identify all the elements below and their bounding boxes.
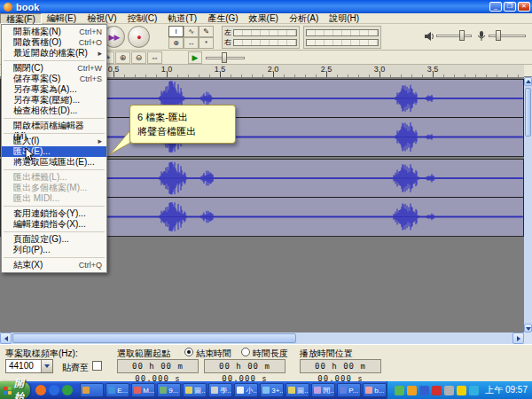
menu-item-label: 關閉(C) xyxy=(13,63,43,74)
file-menu-item-0[interactable]: 開新檔案(N)Ctrl+N xyxy=(2,27,106,37)
scroll-left-button[interactable] xyxy=(0,332,12,344)
waveform[interactable] xyxy=(90,198,523,236)
envelope-tool-button[interactable]: ∿ xyxy=(184,26,199,37)
maximize-button[interactable]: ❐ xyxy=(504,2,516,12)
play-speed-thumb[interactable] xyxy=(222,52,227,63)
scroll-down-button[interactable] xyxy=(524,324,532,332)
end-time-radio[interactable] xyxy=(184,348,193,356)
quicklaunch-icon-3[interactable] xyxy=(62,385,73,395)
file-menu-item-4[interactable]: 關閉(C)Ctrl+W xyxy=(2,63,106,74)
scroll-right-button[interactable] xyxy=(512,332,524,344)
minimize-button[interactable]: _ xyxy=(489,2,502,12)
taskbar-window-button-11[interactable]: P... xyxy=(337,383,361,397)
tray-icon-7[interactable] xyxy=(469,386,479,395)
file-menu-item-20[interactable]: 套用連鎖指令(Y)... xyxy=(2,208,106,219)
output-volume-thumb[interactable] xyxy=(459,30,465,41)
tray-icon-1[interactable] xyxy=(395,386,404,395)
input-volume-thumb[interactable] xyxy=(496,30,501,41)
menubar-item-view[interactable]: 檢視(V) xyxy=(82,13,121,24)
taskbar-button-icon xyxy=(185,387,192,394)
quicklaunch-icon-1[interactable] xyxy=(35,385,46,395)
titlebar[interactable]: book _ ❐ ✕ xyxy=(0,0,532,13)
taskbar-window-button-3[interactable]: M... xyxy=(131,383,155,397)
horizontal-scrollbar[interactable] xyxy=(0,332,524,344)
record-button[interactable]: ● xyxy=(128,26,150,48)
file-menu-item-24[interactable]: 列印(P)... xyxy=(2,245,106,255)
waveform[interactable] xyxy=(90,160,523,197)
file-menu-item-23[interactable]: 頁面設定(G)... xyxy=(2,234,106,245)
system-tray: 上午 09:57 xyxy=(387,381,532,399)
file-menu-item-2[interactable]: 最近開啟的檔案(R)▸ xyxy=(2,48,106,59)
taskbar-button-icon xyxy=(134,387,141,394)
file-menu-item-14[interactable]: 將選取區域匯出(E)... xyxy=(2,157,106,168)
menubar-item-generate[interactable]: 產生(G) xyxy=(202,13,243,24)
file-menu-item-13[interactable]: 匯出(E)... xyxy=(2,146,106,157)
file-menu-item-8[interactable]: 檢查相依性(D)... xyxy=(2,106,106,116)
file-menu-item-17[interactable]: 匯出多個檔案(M)... xyxy=(2,183,106,193)
taskbar-window-button-12[interactable]: b... xyxy=(363,383,387,397)
sample-rate-select[interactable]: 44100 xyxy=(5,359,53,373)
close-button[interactable]: ✕ xyxy=(518,2,530,12)
play-at-speed-button[interactable]: ▶ xyxy=(188,51,202,64)
taskbar-window-button-9[interactable]: 圖... xyxy=(286,383,309,397)
taskbar-window-button-7[interactable]: 小... xyxy=(234,383,258,397)
selection-end-field[interactable]: 00 h 00 m 00.000 s xyxy=(204,359,286,373)
menubar-item-effect[interactable]: 效果(E) xyxy=(244,13,284,24)
file-menu-item-1[interactable]: 開啟舊檔(O)Ctrl+O xyxy=(2,37,106,48)
taskbar-window-button-2[interactable]: E... xyxy=(106,383,129,397)
tray-icon-5[interactable] xyxy=(444,386,454,395)
menu-separator xyxy=(2,131,106,136)
zoom-in-button[interactable]: ⊕ xyxy=(115,51,130,64)
selection-start-field[interactable]: 00 h 00 m 00.000 s xyxy=(117,359,199,373)
file-menu-item-10[interactable]: 開啟標頭檔編輯器(M)... xyxy=(2,121,106,131)
file-menu-item-12[interactable]: 匯入(I)▸ xyxy=(2,136,106,146)
taskbar-window-button-5[interactable]: 圖... xyxy=(183,383,207,397)
file-menu-item-26[interactable]: 結束(X)Ctrl+Q xyxy=(2,260,106,270)
playback-position-field[interactable]: 00 h 00 m 00.000 s xyxy=(300,359,381,373)
menubar-item-control[interactable]: 控制(C) xyxy=(121,13,162,24)
vertical-scrollbar[interactable] xyxy=(524,77,532,332)
menubar-item-analyze[interactable]: 分析(A) xyxy=(284,13,324,24)
selection-tool-button[interactable]: I xyxy=(168,26,184,37)
quicklaunch-icon-2[interactable] xyxy=(49,385,59,395)
snap-to-checkbox[interactable] xyxy=(92,361,102,371)
tray-icon-4[interactable] xyxy=(432,386,442,395)
file-menu-item-18[interactable]: 匯出 MIDI... xyxy=(2,193,106,204)
tray-icon-6[interactable] xyxy=(457,386,466,395)
taskbar-window-button-6[interactable]: 學... xyxy=(208,383,232,397)
menubar-item-file[interactable]: 檔案(F) xyxy=(0,13,42,24)
zoom-fit-button[interactable]: ⇔ xyxy=(147,51,162,64)
submenu-arrow-icon: ▸ xyxy=(98,136,102,146)
taskbar-window-button-8[interactable]: 3+... xyxy=(260,383,284,397)
draw-tool-button[interactable]: ✎ xyxy=(199,26,214,37)
length-radio[interactable] xyxy=(241,348,250,356)
file-menu-item-16[interactable]: 匯出標籤(L)... xyxy=(2,172,106,183)
horizontal-scroll-thumb[interactable] xyxy=(12,333,296,343)
menubar-item-edit[interactable]: 編輯(E) xyxy=(42,13,82,24)
taskbar-window-button-10[interactable]: 閒... xyxy=(311,383,335,397)
vertical-scroll-thumb[interactable] xyxy=(525,88,531,137)
dropdown-arrow-icon[interactable] xyxy=(41,360,52,372)
zoom-out-button[interactable]: ⊖ xyxy=(131,51,146,64)
multi-tool-button[interactable]: * xyxy=(199,37,214,49)
file-menu-item-5[interactable]: 儲存專案(S)Ctrl+S xyxy=(2,74,106,84)
track2-right-channel[interactable] xyxy=(90,198,523,236)
tray-icon-2[interactable] xyxy=(407,386,417,395)
zoom-tool-button[interactable]: ⊕ xyxy=(168,37,184,49)
ruler-scale[interactable]: 0.51.01.52.02.53.03.5 xyxy=(89,65,524,77)
scroll-up-button[interactable] xyxy=(524,77,532,86)
file-menu-item-7[interactable]: 另存專案(壓縮)... xyxy=(2,95,106,106)
track2-left-channel[interactable] xyxy=(90,160,523,198)
taskbar-window-button-1[interactable] xyxy=(80,383,104,397)
taskbar-button-icon xyxy=(160,387,167,394)
menu-item-label: 匯出標籤(L)... xyxy=(13,172,67,183)
menubar-item-tracks[interactable]: 軌道(T) xyxy=(162,13,202,24)
file-menu-item-6[interactable]: 另存專案為(A)... xyxy=(2,84,106,95)
start-button[interactable]: 開始 xyxy=(0,381,30,399)
taskbar-window-button-4[interactable]: 9... xyxy=(157,383,181,397)
menubar-item-help[interactable]: 說明(H) xyxy=(324,13,364,24)
tray-icon-3[interactable] xyxy=(419,386,429,395)
timeshift-tool-button[interactable]: ↔ xyxy=(184,37,199,49)
taskbar-button-label: 圖... xyxy=(194,386,207,395)
file-menu-item-21[interactable]: 編輯連鎖指令(X)... xyxy=(2,219,106,230)
